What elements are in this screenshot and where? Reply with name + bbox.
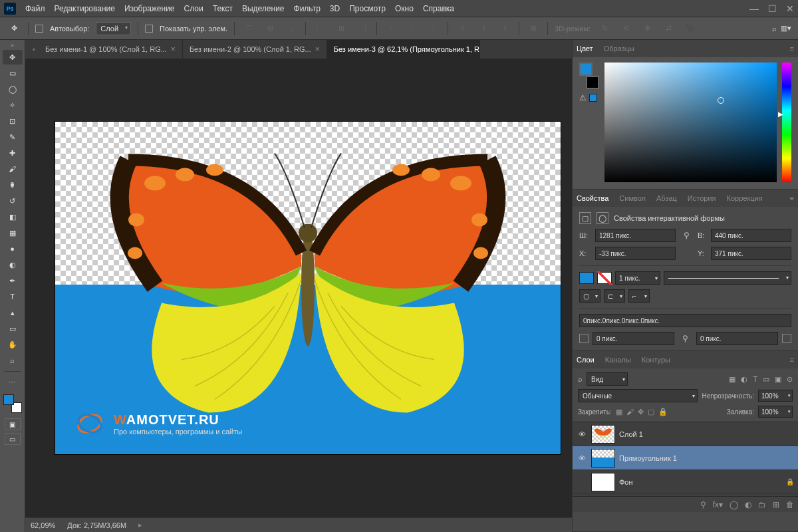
gamut-warning-icon[interactable]: ⚠ bbox=[579, 93, 587, 102]
panel-menu-icon[interactable]: ≡ bbox=[790, 194, 794, 202]
blur-tool[interactable]: ● bbox=[3, 241, 23, 256]
canvas-viewport[interactable]: WAMOTVET.RU Про компьютеры, программы и … bbox=[25, 59, 572, 517]
opacity-input[interactable]: 100% bbox=[758, 390, 793, 402]
auto-align-icon[interactable]: ⊞ bbox=[526, 21, 541, 36]
rectangle-tool[interactable]: ▭ bbox=[3, 321, 23, 336]
tab-paths[interactable]: Контуры bbox=[642, 356, 670, 364]
filter-smart-icon[interactable]: ▣ bbox=[775, 375, 781, 384]
tab-color[interactable]: Цвет bbox=[577, 45, 593, 53]
zoom-tool[interactable]: ⌕ bbox=[3, 353, 23, 368]
workspace-switcher-icon[interactable]: ▥▾ bbox=[781, 24, 791, 33]
tab-paragraph[interactable]: Абзац bbox=[656, 194, 677, 202]
menu-image[interactable]: Изображение bbox=[124, 4, 175, 13]
dist-vcenter-icon[interactable]: ⫶ bbox=[405, 21, 420, 36]
menu-edit[interactable]: Редактирование bbox=[55, 4, 115, 13]
tab-adjustments[interactable]: Коррекция bbox=[727, 194, 763, 202]
tab-channels[interactable]: Каналы bbox=[605, 356, 631, 364]
crop-tool[interactable]: ⊡ bbox=[3, 114, 23, 128]
hand-tool[interactable]: ✋ bbox=[3, 337, 23, 352]
tab-layers[interactable]: Слои bbox=[577, 356, 595, 364]
3d-slide-icon[interactable]: ⇄ bbox=[661, 21, 676, 36]
dist-bottom-icon[interactable]: ⫶ bbox=[426, 21, 441, 36]
link-layers-icon[interactable]: ⚲ bbox=[700, 500, 706, 509]
mask-icon[interactable]: ◯ bbox=[730, 500, 738, 509]
edit-toolbar-icon[interactable]: ⋯ bbox=[3, 375, 23, 390]
height-input[interactable]: 440 пикс. bbox=[711, 229, 791, 242]
filter-type-icon[interactable]: T bbox=[753, 375, 757, 384]
dist-right-icon[interactable]: ⫴ bbox=[497, 21, 512, 36]
filter-toggle-icon[interactable]: ⊙ bbox=[787, 375, 793, 384]
maximize-button[interactable]: ☐ bbox=[768, 3, 777, 14]
align-left-icon[interactable]: ⎸ bbox=[313, 21, 327, 36]
layer-row[interactable]: 👁 Прямоугольник 1 bbox=[573, 446, 798, 470]
menu-filter[interactable]: Фильтр bbox=[294, 4, 321, 13]
dodge-tool[interactable]: ◐ bbox=[3, 257, 23, 272]
document-tab-2[interactable]: Без имени-2 @ 100% (Слой 1, RG... × bbox=[183, 40, 327, 59]
filter-shape-icon[interactable]: ▭ bbox=[763, 375, 769, 384]
lasso-tool[interactable]: ◯ bbox=[3, 82, 23, 96]
lock-transparency-icon[interactable]: ▦ bbox=[616, 408, 622, 416]
width-input[interactable]: 1281 пикс. bbox=[595, 229, 676, 242]
adjustment-layer-icon[interactable]: ◐ bbox=[745, 500, 751, 509]
filter-adjust-icon[interactable]: ◐ bbox=[741, 375, 747, 384]
menu-file[interactable]: Файл bbox=[25, 4, 45, 13]
foreground-swatch[interactable] bbox=[3, 394, 14, 405]
stroke-style-select[interactable] bbox=[664, 271, 791, 285]
align-right-icon[interactable]: ⎹ bbox=[355, 21, 370, 36]
layer-name[interactable]: Прямоугольник 1 bbox=[619, 454, 677, 462]
dist-top-icon[interactable]: ⫶ bbox=[384, 21, 398, 36]
autoselect-target-select[interactable]: Слой bbox=[96, 22, 131, 35]
eyedropper-tool[interactable]: ✎ bbox=[3, 130, 23, 144]
stroke-color-chip[interactable] bbox=[597, 272, 612, 284]
menu-view[interactable]: Просмотр bbox=[349, 4, 386, 13]
menu-window[interactable]: Окно bbox=[395, 4, 414, 13]
group-icon[interactable]: 🗀 bbox=[758, 500, 766, 509]
expand-toolbar-icon[interactable]: » bbox=[1, 43, 23, 49]
doc-info[interactable]: Док: 2,75M/3,66M bbox=[67, 521, 126, 529]
align-bottom-icon[interactable]: ⎽ bbox=[284, 21, 299, 36]
menu-select[interactable]: Выделение bbox=[242, 4, 285, 13]
corner-tr-checkbox[interactable] bbox=[782, 334, 791, 343]
tab-properties[interactable]: Свойства bbox=[577, 194, 608, 202]
tabs-expand-icon[interactable]: » bbox=[29, 40, 39, 59]
new-layer-icon[interactable]: ⊞ bbox=[773, 500, 779, 509]
layer-thumbnail[interactable] bbox=[591, 449, 615, 467]
panel-menu-icon[interactable]: ≡ bbox=[790, 45, 794, 53]
color-field[interactable] bbox=[604, 63, 777, 182]
corner-tr-input[interactable]: 0 пикс. bbox=[696, 332, 778, 345]
layer-row[interactable]: 👁 Слой 1 bbox=[573, 422, 798, 446]
align-hcenter-icon[interactable]: ⊞ bbox=[334, 21, 348, 36]
menu-help[interactable]: Справка bbox=[423, 4, 454, 13]
closest-color-swatch[interactable] bbox=[589, 94, 597, 102]
tab-history[interactable]: История bbox=[688, 194, 716, 202]
3d-pan-icon[interactable]: ✥ bbox=[640, 21, 654, 36]
path-selection-tool[interactable]: ▴ bbox=[3, 305, 23, 320]
fill-input[interactable]: 100% bbox=[758, 406, 793, 418]
stroke-caps-select[interactable]: ⊏ bbox=[604, 289, 625, 303]
visibility-icon[interactable]: 👁 bbox=[577, 454, 587, 462]
dist-hcenter-icon[interactable]: ⫴ bbox=[476, 21, 491, 36]
corners-linked-input[interactable]: 0пикс.0пикс.0пикс.0пикс. bbox=[579, 314, 791, 327]
stroke-width-input[interactable]: 1 пикс. bbox=[615, 271, 660, 285]
lock-all-icon[interactable]: 🔒 bbox=[658, 408, 668, 416]
gradient-tool[interactable]: ▦ bbox=[3, 225, 23, 240]
filter-pixel-icon[interactable]: ▦ bbox=[729, 375, 735, 384]
screen-mode-icon[interactable]: ▭ bbox=[5, 433, 21, 445]
visibility-icon[interactable]: 👁 bbox=[577, 430, 587, 438]
corner-tl-input[interactable]: 0 пикс. bbox=[593, 332, 674, 345]
panel-menu-icon[interactable]: ≡ bbox=[790, 356, 794, 364]
magic-wand-tool[interactable]: ✧ bbox=[3, 98, 23, 112]
stroke-align-select[interactable]: ▢ bbox=[579, 289, 600, 303]
corner-tl-checkbox[interactable] bbox=[579, 334, 589, 343]
menu-layers[interactable]: Слои bbox=[184, 4, 203, 13]
tab-close-icon[interactable]: × bbox=[315, 45, 320, 54]
history-brush-tool[interactable]: ↺ bbox=[3, 194, 23, 208]
layer-name[interactable]: Слой 1 bbox=[619, 430, 643, 438]
tab-close-icon[interactable]: × bbox=[171, 45, 176, 54]
brush-tool[interactable]: 🖌 bbox=[3, 162, 23, 176]
zoom-level[interactable]: 62,09% bbox=[31, 521, 55, 529]
link-corners-icon[interactable]: ⚲ bbox=[678, 334, 692, 343]
move-tool[interactable]: ✥ bbox=[3, 50, 23, 65]
layer-row[interactable]: Фон 🔒 bbox=[573, 470, 798, 494]
tab-swatches[interactable]: Образцы bbox=[604, 45, 634, 53]
